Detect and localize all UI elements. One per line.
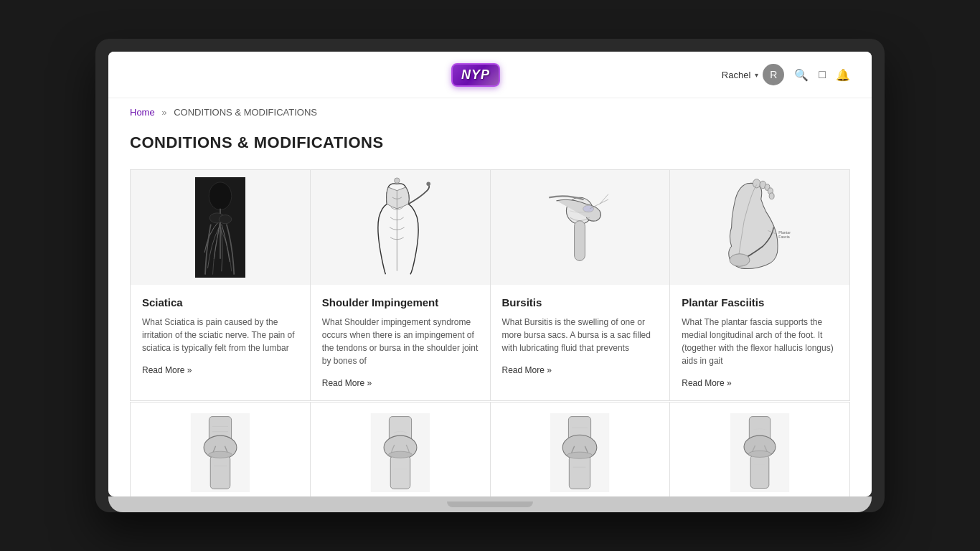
bottom-card-3 — [491, 402, 670, 496]
card-body-bursitis: Bursitis What Bursitis is the swelling o… — [491, 285, 670, 400]
card-text-plantar: What The plantar fascia supports the med… — [682, 316, 838, 367]
read-more-plantar[interactable]: Read More » — [682, 378, 731, 388]
svg-point-43 — [567, 452, 593, 458]
card-body-shoulder: Shoulder Impingement What Shoulder impin… — [311, 285, 490, 400]
svg-point-1 — [209, 182, 232, 210]
breadcrumb-current: CONDITIONS & MODIFICATIONS — [174, 107, 317, 118]
card-body-sciatica: Sciatica What Sciatica is pain caused by… — [131, 285, 310, 400]
breadcrumb: Home » CONDITIONS & MODIFICATIONS — [108, 98, 872, 126]
card-title-shoulder: Shoulder Impingement — [322, 296, 479, 309]
site-header: NYP Rachel ▾ R 🔍 □ 🔔 — [108, 52, 872, 98]
svg-rect-28 — [210, 456, 230, 489]
card-image-sciatica — [131, 170, 310, 285]
breadcrumb-separator: » — [161, 107, 166, 118]
bottom-card-1 — [131, 402, 310, 496]
svg-point-50 — [749, 451, 771, 457]
card-image-shoulder — [311, 170, 490, 285]
user-section[interactable]: Rachel ▾ R — [722, 64, 784, 85]
svg-point-16 — [753, 179, 761, 188]
header-right: Rachel ▾ R 🔍 □ 🔔 — [735, 64, 850, 85]
bottom-card-4 — [670, 402, 849, 496]
bottom-card-2 — [311, 402, 490, 496]
svg-rect-36 — [390, 456, 410, 489]
read-more-sciatica[interactable]: Read More » — [142, 365, 192, 375]
svg-text:Fascia: Fascia — [778, 235, 790, 239]
svg-point-21 — [730, 254, 750, 267]
card-shoulder: Shoulder Impingement What Shoulder impin… — [311, 170, 490, 400]
header-center: NYP — [451, 63, 500, 87]
card-image-bursitis — [491, 170, 670, 285]
card-plantar: Plantar Fascia Plantar Fasciitis What Th… — [670, 170, 849, 400]
svg-rect-12 — [575, 221, 585, 261]
svg-rect-49 — [750, 456, 769, 489]
svg-point-29 — [208, 451, 232, 458]
account-icon[interactable]: □ — [819, 68, 826, 81]
card-text-shoulder: What Shoulder impingement syndrome occur… — [322, 316, 479, 367]
svg-point-4 — [219, 215, 232, 224]
svg-point-8 — [394, 178, 399, 183]
laptop-notch — [447, 501, 533, 507]
cards-grid: Sciatica What Sciatica is pain caused by… — [130, 169, 850, 401]
read-more-shoulder[interactable]: Read More » — [322, 378, 372, 388]
card-sciatica: Sciatica What Sciatica is pain caused by… — [131, 170, 310, 400]
card-title-sciatica: Sciatica — [142, 296, 298, 309]
site-logo[interactable]: NYP — [451, 63, 500, 87]
breadcrumb-home[interactable]: Home — [130, 107, 155, 118]
avatar[interactable]: R — [763, 64, 784, 85]
card-title-bursitis: Bursitis — [502, 296, 659, 309]
notification-icon[interactable]: 🔔 — [836, 68, 850, 82]
card-text-bursitis: What Bursitis is the swelling of one or … — [502, 316, 659, 354]
card-title-plantar: Plantar Fasciitis — [682, 296, 838, 309]
page-title: CONDITIONS & MODIFICATIONS — [130, 133, 850, 152]
search-icon[interactable]: 🔍 — [794, 68, 809, 82]
card-image-plantar: Plantar Fascia — [670, 170, 849, 285]
user-dropdown-icon[interactable]: ▾ — [755, 71, 758, 79]
laptop-screen: NYP Rachel ▾ R 🔍 □ 🔔 Home » CONDITIONS &… — [108, 52, 872, 496]
svg-point-37 — [388, 451, 412, 458]
svg-point-20 — [769, 193, 774, 199]
card-body-plantar: Plantar Fasciitis What The plantar fasci… — [670, 285, 849, 400]
laptop-base — [108, 496, 872, 512]
laptop-frame: NYP Rachel ▾ R 🔍 □ 🔔 Home » CONDITIONS &… — [95, 39, 885, 512]
card-text-sciatica: What Sciatica is pain caused by the irri… — [142, 316, 298, 354]
svg-rect-42 — [570, 456, 590, 489]
bottom-cards-grid — [130, 402, 850, 496]
read-more-bursitis[interactable]: Read More » — [502, 365, 552, 375]
svg-point-7 — [426, 182, 430, 187]
main-content: CONDITIONS & MODIFICATIONS — [108, 126, 872, 496]
user-name-label: Rachel — [722, 70, 750, 80]
svg-text:Plantar: Plantar — [778, 230, 791, 235]
card-bursitis: Bursitis What Bursitis is the swelling o… — [491, 170, 670, 400]
